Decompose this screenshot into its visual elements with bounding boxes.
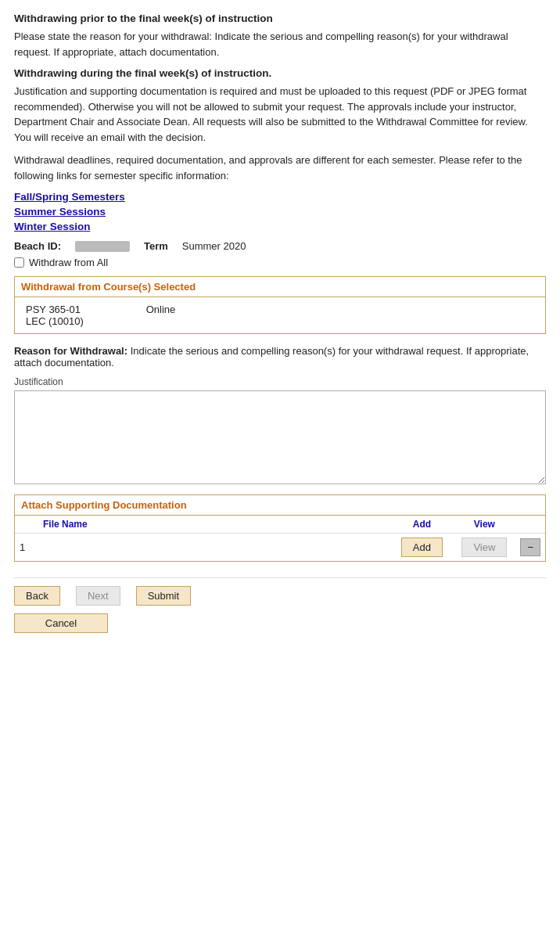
row-filename xyxy=(38,534,390,562)
justification-textarea[interactable] xyxy=(14,390,546,484)
col-add: Add xyxy=(390,516,453,534)
withdraw-all-checkbox[interactable] xyxy=(14,257,24,268)
row-add-cell: Add xyxy=(390,534,453,562)
reason-text: Reason for Withdrawal: Indicate the seri… xyxy=(14,345,546,369)
attach-header: Attach Supporting Documentation xyxy=(15,495,545,516)
course-line: PSY 365-01 LEC (10010) Online xyxy=(26,304,534,327)
link-summer[interactable]: Summer Sessions xyxy=(14,206,546,218)
course-type: LEC (10010) xyxy=(26,315,84,327)
divider xyxy=(14,577,546,578)
term-label: Term xyxy=(144,240,168,252)
para-during: Justification and supporting documentati… xyxy=(14,84,546,145)
link-fall-spring[interactable]: Fall/Spring Semesters xyxy=(14,191,546,203)
beach-id-value xyxy=(75,241,130,252)
attach-table: File Name Add View 1 Add View − xyxy=(15,516,545,561)
remove-row-button[interactable]: − xyxy=(520,538,540,556)
beach-id-label: Beach ID: xyxy=(14,240,61,252)
table-row: 1 Add View − xyxy=(15,534,545,562)
add-button[interactable]: Add xyxy=(401,538,443,557)
back-button[interactable]: Back xyxy=(14,586,60,606)
cancel-row: Cancel xyxy=(14,613,546,633)
row-remove-cell: − xyxy=(515,534,545,562)
next-button: Next xyxy=(76,586,120,606)
row-num: 1 xyxy=(15,534,38,562)
withdraw-all-label: Withdraw from All xyxy=(29,257,108,268)
term-value: Summer 2020 xyxy=(182,240,246,252)
cancel-button[interactable]: Cancel xyxy=(14,613,108,633)
title-during: Withdrawing during the final week(s) of … xyxy=(14,67,546,79)
withdrawal-box: Withdrawal from Course(s) Selected PSY 3… xyxy=(14,276,546,334)
action-buttons: Back Next Submit xyxy=(14,586,546,606)
link-winter[interactable]: Winter Session xyxy=(14,221,546,232)
reason-title: Reason for Withdrawal: xyxy=(14,345,127,357)
withdrawal-box-header: Withdrawal from Course(s) Selected xyxy=(15,277,545,297)
para-prior: Please state the reason for your withdra… xyxy=(14,29,546,59)
col-view: View xyxy=(453,516,515,534)
submit-button[interactable]: Submit xyxy=(136,586,191,606)
title-prior: Withdrawing prior to the final week(s) o… xyxy=(14,13,546,24)
reason-section: Reason for Withdrawal: Indicate the seri… xyxy=(14,345,546,369)
view-button: View xyxy=(461,538,507,557)
attach-box: Attach Supporting Documentation File Nam… xyxy=(14,494,546,562)
row-view-cell: View xyxy=(453,534,515,562)
para-deadlines: Withdrawal deadlines, required documenta… xyxy=(14,153,546,183)
col-action xyxy=(515,516,545,534)
justification-label: Justification xyxy=(14,376,546,387)
col-filename: File Name xyxy=(38,516,390,534)
col-num xyxy=(15,516,38,534)
course-code: PSY 365-01 xyxy=(26,304,84,315)
course-location: Online xyxy=(146,304,176,327)
